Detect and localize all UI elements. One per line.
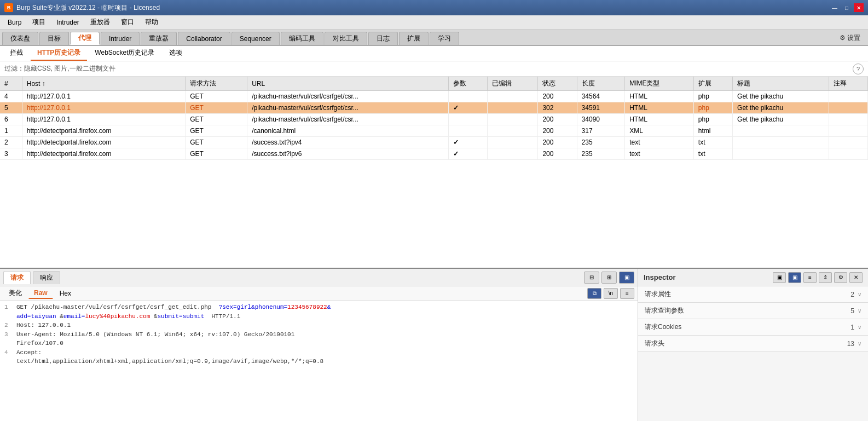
table-cell: http://127.0.0.1: [22, 91, 185, 102]
http-table: # Host ↑ 请求方法 URL 参数 已编辑 状态 长度 MIME类型 扩展…: [0, 77, 868, 160]
col-ext[interactable]: 扩展: [693, 77, 732, 91]
table-cell: [829, 114, 867, 125]
tab-comparer[interactable]: 对比工具: [325, 32, 367, 45]
inspector-close-button[interactable]: ✕: [849, 272, 863, 283]
request-content: 1GET /pikachu-master/vul/csrf/csrfget/cs…: [0, 301, 638, 421]
window-controls: — □ ✕: [830, 3, 864, 12]
table-body: 4http://127.0.0.1GET/pikachu-master/vul/…: [0, 91, 868, 160]
line-num-4: 4: [4, 348, 12, 357]
table-cell: [488, 137, 538, 148]
tab-learn[interactable]: 学习: [430, 32, 459, 45]
inspector-align-button[interactable]: ≡: [803, 272, 817, 283]
title-left: B Burp Suite专业版 v2022.12 - 临时项目 - Licens…: [4, 3, 160, 13]
table-cell: text: [625, 137, 694, 148]
table-cell: [488, 102, 538, 114]
menu-intruder[interactable]: Intruder: [51, 17, 84, 28]
tab-intruder[interactable]: Intruder: [101, 32, 140, 45]
tab-response[interactable]: 响应: [33, 271, 60, 284]
menu-help[interactable]: 帮助: [140, 16, 164, 28]
inspector-view-left[interactable]: ▣: [773, 272, 786, 283]
table-cell: Get the pikachu: [733, 114, 829, 125]
col-edited[interactable]: 已编辑: [488, 77, 538, 91]
tab-repeater[interactable]: 重放器: [141, 32, 177, 45]
format-hex[interactable]: Hex: [54, 289, 77, 298]
close-button[interactable]: ✕: [854, 3, 864, 12]
view-full-button[interactable]: ▣: [619, 272, 634, 284]
menu-project[interactable]: 项目: [27, 16, 51, 28]
minimize-button[interactable]: —: [830, 3, 840, 12]
subtab-websocket-history[interactable]: WebSocket历史记录: [88, 46, 161, 61]
inspector-gear-button[interactable]: ⚙: [834, 272, 847, 283]
inspector-row-query-params[interactable]: 请求查询参数 5 ∨: [638, 303, 868, 319]
table-cell: [449, 114, 488, 125]
inspector-row-request-attrs[interactable]: 请求属性 2 ∨: [638, 286, 868, 303]
tab-proxy[interactable]: 代理: [70, 32, 100, 45]
table-row[interactable]: 6http://127.0.0.1GET/pikachu-master/vul/…: [0, 114, 868, 125]
tab-collaborator[interactable]: Collaborator: [178, 32, 230, 45]
inspector-rows: 请求属性 2 ∨ 请求查询参数 5 ∨ 请求Cookies: [638, 286, 868, 352]
menu-burp[interactable]: Burp: [2, 17, 27, 28]
inspector-chevron-query: ∨: [858, 308, 861, 314]
col-status[interactable]: 状态: [538, 77, 577, 91]
col-title[interactable]: 标题: [733, 77, 829, 91]
table-cell: GET: [186, 102, 247, 114]
table-cell: text: [625, 148, 694, 160]
inspector-row-cookies[interactable]: 请求Cookies 1 ∨: [638, 319, 868, 336]
table-cell: 34090: [577, 114, 625, 125]
tab-target[interactable]: 目标: [39, 32, 69, 45]
table-cell: /pikachu-master/vul/csrf/csrfget/csr...: [247, 114, 449, 125]
inspector-row-headers[interactable]: 请求头 13 ∨: [638, 336, 868, 352]
main-tab-bar: 仪表盘 目标 代理 Intruder 重放器 Collaborator Sequ…: [0, 30, 868, 46]
table-cell: HTML: [625, 102, 694, 114]
wrap-button[interactable]: ≡: [620, 288, 634, 299]
menu-window[interactable]: 窗口: [115, 16, 140, 28]
copy-button[interactable]: ⧉: [587, 288, 601, 299]
menu-repeater[interactable]: 重放器: [85, 16, 115, 28]
subtab-intercept[interactable]: 拦截: [3, 46, 30, 61]
inspector-view-right[interactable]: ▣: [788, 272, 801, 283]
app-title: Burp Suite专业版 v2022.12 - 临时项目 - Licensed: [16, 3, 160, 13]
maximize-button[interactable]: □: [842, 3, 852, 12]
col-params[interactable]: 参数: [449, 77, 488, 91]
col-length[interactable]: 长度: [577, 77, 625, 91]
col-num[interactable]: #: [0, 77, 22, 91]
view-split-horiz-button[interactable]: ⊟: [584, 272, 599, 284]
col-note[interactable]: 注释: [829, 77, 867, 91]
table-cell: 34564: [577, 91, 625, 102]
view-split-vert-button[interactable]: ⊞: [601, 272, 617, 284]
newline-button[interactable]: \n: [604, 288, 618, 299]
table-row[interactable]: 5http://127.0.0.1GET/pikachu-master/vul/…: [0, 102, 868, 114]
line-num-cont: [4, 312, 12, 321]
table-cell: GET: [186, 137, 247, 148]
table-row[interactable]: 4http://127.0.0.1GET/pikachu-master/vul/…: [0, 91, 868, 102]
format-raw[interactable]: Raw: [28, 288, 53, 299]
subtab-http-history[interactable]: HTTP历史记录: [31, 46, 87, 61]
table-row[interactable]: 2http://detectportal.firefox.comGET/succ…: [0, 137, 868, 148]
tab-extender[interactable]: 扩展: [399, 32, 429, 45]
settings-button[interactable]: ⚙ 设置: [834, 31, 866, 45]
tab-request[interactable]: 请求: [3, 271, 31, 284]
table-cell: txt: [693, 148, 732, 160]
inspector-split-button[interactable]: ⇕: [819, 272, 832, 283]
tab-logger[interactable]: 日志: [368, 32, 398, 45]
col-host[interactable]: Host ↑: [22, 77, 185, 91]
inspector-count-cookies: 1: [850, 324, 854, 331]
table-cell: HTML: [625, 114, 694, 125]
tab-dashboard[interactable]: 仪表盘: [2, 32, 38, 45]
table-cell: 3: [0, 148, 22, 160]
col-mime[interactable]: MIME类型: [625, 77, 694, 91]
subtab-options[interactable]: 选项: [163, 46, 189, 61]
table-row[interactable]: 1http://detectportal.firefox.comGET/cano…: [0, 125, 868, 137]
table-cell: txt: [693, 137, 732, 148]
table-cell: GET: [186, 125, 247, 137]
col-method[interactable]: 请求方法: [186, 77, 247, 91]
inspector-row-right-cookies: 1 ∨: [850, 324, 861, 331]
tab-encoder[interactable]: 编码工具: [281, 32, 323, 45]
col-url[interactable]: URL: [247, 77, 449, 91]
table-row[interactable]: 3http://detectportal.firefox.comGET/succ…: [0, 148, 868, 160]
table-cell: /success.txt?ipv6: [247, 148, 449, 160]
tab-sequencer[interactable]: Sequencer: [232, 32, 280, 45]
format-prettify[interactable]: 美化: [3, 287, 27, 299]
table-cell: HTML: [625, 91, 694, 102]
filter-help-button[interactable]: ?: [853, 64, 864, 74]
